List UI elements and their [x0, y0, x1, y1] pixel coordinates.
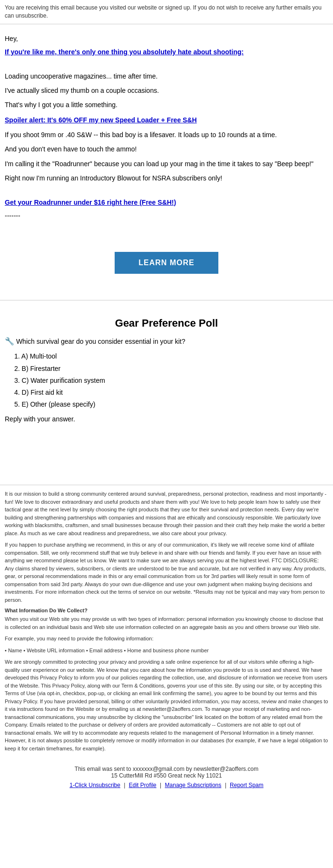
poll-option-5: 5. E) Other (please specify)	[14, 399, 328, 410]
poll-option-1: 1. A) Multi-tool	[14, 350, 328, 362]
separator: -------	[5, 212, 328, 219]
poll-option-2: 2. B) Firestarter	[14, 363, 328, 375]
cta-container: LEARN MORE	[5, 252, 328, 274]
poll-section: Gear Preference Poll 🔧 Which survival ge…	[0, 308, 333, 437]
body-paragraph-6: I'm calling it the "Roadrunner" because …	[5, 159, 328, 169]
spoiler-link[interactable]: Spoiler alert: It's 60% OFF my new Speed…	[5, 116, 328, 124]
footer-section: This email was sent to xxxxxxx@gmail.com…	[0, 761, 333, 793]
disclaimer-paragraph-1: It is our mission to build a strong comm…	[5, 490, 328, 537]
headline-link[interactable]: If you're like me, there's only one thin…	[5, 48, 328, 56]
body-paragraph-3: That's why I got you a little something.	[5, 100, 328, 110]
footer-address: 15 CutterMill Rd #550 Great neck Ny 1102…	[5, 772, 328, 779]
unsubscribe-link[interactable]: 1-Click Unsubscribe	[69, 782, 120, 788]
privacy-paragraph-3: We are strongly committed to protecting …	[5, 658, 328, 752]
poll-title: Gear Preference Poll	[5, 317, 328, 329]
main-content: Hey, If you're like me, there's only one…	[0, 24, 333, 293]
reply-text: Reply with your answer.	[5, 415, 328, 423]
poll-icon: 🔧	[5, 337, 14, 345]
poll-question-text: Which survival gear do you consider esse…	[16, 338, 186, 345]
greeting: Hey,	[5, 35, 328, 42]
disclaimer-paragraph-2: If you happen to purchase anything we re…	[5, 541, 328, 604]
footer-sep-3: |	[225, 782, 228, 788]
privacy-paragraph-2: For example, you may need to provide the…	[5, 635, 328, 643]
disclaimer-section: It is our mission to build a strong comm…	[0, 485, 333, 761]
body-paragraph-5: And you don't even have to touch the amm…	[5, 144, 328, 154]
learn-more-button[interactable]: LEARN MORE	[115, 252, 218, 274]
body-paragraph-4: If you shoot 9mm or .40 S&W -- this bad …	[5, 130, 328, 140]
top-bar-text: You are receiving this email because you…	[5, 4, 322, 19]
privacy-list: • Name • Website URL information • Email…	[5, 647, 328, 655]
privacy-heading: What Information Do We Collect?	[5, 608, 328, 613]
footer-sent-to: This email was sent to xxxxxxx@gmail.com…	[5, 766, 328, 772]
body-paragraph-2: I've actually sliced my thumb on a coupl…	[5, 85, 328, 96]
body-paragraph-1: Loading uncooperative magazines... time …	[5, 71, 328, 81]
roadrunner-link[interactable]: Get your Roadrunner under $16 right here…	[5, 199, 328, 206]
footer-links: 1-Click Unsubscribe | Edit Profile | Man…	[5, 782, 328, 788]
poll-question: 🔧 Which survival gear do you consider es…	[5, 337, 328, 346]
poll-options-list: 1. A) Multi-tool 2. B) Firestarter 3. C)…	[14, 350, 328, 410]
edit-profile-link[interactable]: Edit Profile	[129, 782, 157, 788]
privacy-paragraph-1: When you visit our Web site you may prov…	[5, 615, 328, 631]
spacer-region	[0, 437, 333, 475]
divider-line	[0, 300, 333, 300]
poll-option-4: 4. D) First aid kit	[14, 387, 328, 399]
email-container: You are receiving this email because you…	[0, 0, 333, 793]
manage-subscriptions-link[interactable]: Manage Subscriptions	[165, 782, 222, 788]
body-paragraph-7: Right now I'm running an Introductory Bl…	[5, 173, 328, 183]
top-bar: You are receiving this email because you…	[0, 0, 333, 24]
footer-sep-2: |	[160, 782, 163, 788]
footer-sep-1: |	[124, 782, 127, 788]
report-spam-link[interactable]: Report Spam	[230, 782, 264, 788]
poll-option-3: 3. C) Water purification system	[14, 375, 328, 387]
